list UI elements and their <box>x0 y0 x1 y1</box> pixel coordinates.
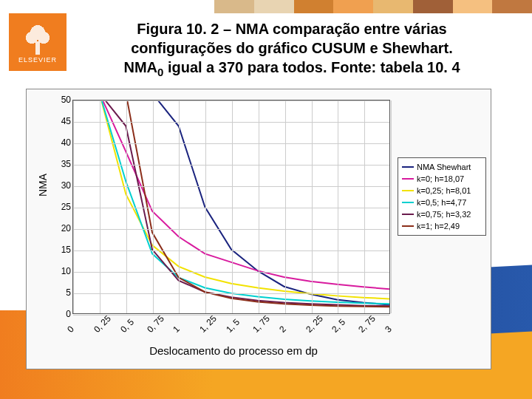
legend-label: NMA Shewhart <box>417 163 471 171</box>
legend-swatch <box>402 202 414 204</box>
series-line <box>73 100 389 304</box>
legend-item: k=1; h=2,49 <box>401 220 482 232</box>
legend-item: k=0,5; h=4,77 <box>401 197 482 208</box>
y-tick-label: 40 <box>55 137 71 148</box>
legend-label: k=0,5; h=4,77 <box>417 198 466 207</box>
legend-swatch <box>402 214 414 216</box>
x-tick-label: 0 <box>65 324 76 335</box>
x-tick-label: 3 <box>383 324 394 335</box>
y-tick-label: 50 <box>55 95 71 105</box>
x-tick-label: 1, 25 <box>197 313 219 335</box>
x-tick-label: 1 <box>171 324 182 335</box>
plot-area <box>72 100 390 314</box>
x-tick-label: 2, 5 <box>330 317 347 335</box>
x-tick-label: 2, 75 <box>356 313 378 335</box>
legend-swatch <box>402 178 414 180</box>
slide-title: Figura 10. 2 – NMA comparação entre vári… <box>66 19 517 80</box>
y-tick-label: 20 <box>55 223 71 233</box>
title-line-2: configurações do gráfico CUSUM e Shewhar… <box>131 40 453 56</box>
y-axis-label: NMA <box>37 174 49 197</box>
series-line <box>73 100 389 299</box>
y-tick-label: 35 <box>55 159 71 169</box>
x-tick-label: 0, 5 <box>118 317 136 335</box>
series-line <box>73 100 389 307</box>
series-line <box>73 100 389 306</box>
y-tick-label: 15 <box>55 245 71 255</box>
x-tick-label: 1, 75 <box>250 313 272 335</box>
x-tick-label: 0, 25 <box>92 313 113 335</box>
chart-lines-svg <box>73 100 389 313</box>
legend-label: k=0,75; h=3,32 <box>417 210 471 219</box>
legend-swatch <box>402 190 414 192</box>
legend-swatch <box>402 225 414 228</box>
y-tick-label: 25 <box>55 202 71 212</box>
elsevier-logo: ELSEVIER <box>9 13 66 71</box>
legend-label: k=0,25; h=8,01 <box>417 186 471 195</box>
x-tick-label: 2 <box>277 324 288 335</box>
legend-item: k=0; h=18,07 <box>401 173 482 185</box>
chart-legend: NMA Shewhartk=0; h=18,07k=0,25; h=8,01k=… <box>398 157 486 236</box>
y-tick-label: 10 <box>55 266 71 276</box>
chart-container: NMA Deslocamento do processo em dp NMA S… <box>26 89 491 369</box>
legend-label: k=1; h=2,49 <box>417 222 460 231</box>
legend-item: k=0,25; h=8,01 <box>401 185 482 197</box>
logo-text: ELSEVIER <box>18 56 57 64</box>
y-tick-label: 0 <box>55 309 71 319</box>
legend-item: NMA Shewhart <box>401 161 482 173</box>
title-line-3b: igual a 370 para todos. Fonte: tabela 10… <box>163 59 460 75</box>
title-line-1: Figura 10. 2 – NMA comparação entre vári… <box>137 21 446 37</box>
series-line <box>73 100 389 304</box>
x-tick-label: 0, 75 <box>145 313 166 335</box>
title-line-3a: NMA <box>123 59 157 75</box>
legend-item: k=0,75; h=3,32 <box>401 208 482 220</box>
legend-swatch <box>402 166 414 168</box>
y-tick-label: 5 <box>55 287 71 298</box>
x-tick-label: 1, 5 <box>224 317 242 335</box>
legend-label: k=0; h=18,07 <box>417 174 464 183</box>
y-tick-label: 45 <box>55 116 71 126</box>
y-tick-label: 30 <box>55 180 71 191</box>
x-tick-label: 2, 25 <box>304 313 325 335</box>
series-line <box>73 100 389 289</box>
x-axis-label: Deslocamento do processo em dp <box>27 344 440 357</box>
logo-tree-icon <box>23 21 52 55</box>
top-color-strip <box>214 0 532 13</box>
